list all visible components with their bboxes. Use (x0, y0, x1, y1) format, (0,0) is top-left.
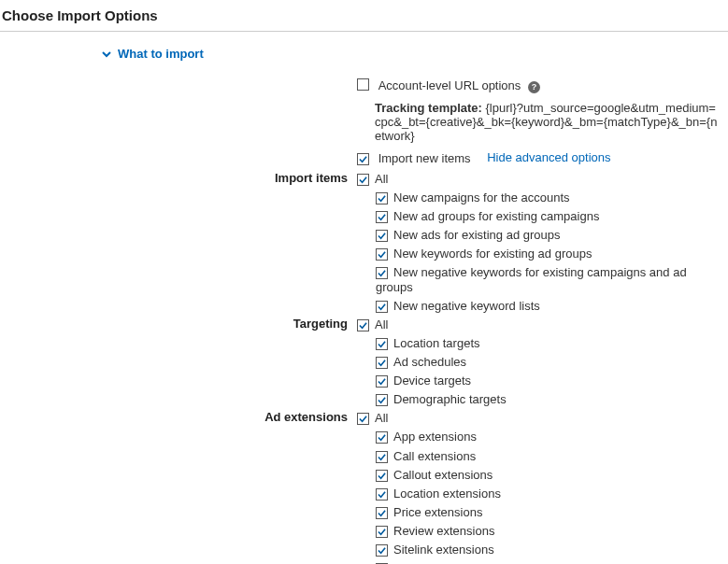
checkbox-item[interactable] (376, 267, 388, 279)
item-label: Location extensions (393, 486, 501, 501)
item-label: New campaigns for the accounts (393, 190, 570, 204)
checkbox-import-new-items[interactable] (357, 153, 369, 165)
checkbox-item[interactable] (376, 301, 388, 313)
item-label: Price extensions (393, 505, 482, 519)
group-header-label: Ad extensions (198, 410, 357, 424)
checkbox-item[interactable] (376, 451, 388, 463)
checkbox-item[interactable] (376, 431, 388, 444)
group-all-label: All (375, 317, 388, 331)
item-label: New negative keywords for existing campa… (376, 265, 687, 294)
group-header-label: Targeting (198, 317, 357, 331)
collapse-toggle-what-to-import[interactable]: What to import (101, 47, 728, 61)
group-all-label: All (375, 411, 388, 425)
checkbox-item[interactable] (376, 248, 388, 261)
checkbox-item[interactable] (376, 357, 388, 369)
checkbox-group-all[interactable] (357, 413, 369, 425)
checkbox-item[interactable] (376, 375, 388, 388)
checkbox-account-url-options[interactable] (357, 78, 369, 91)
item-label: New negative keyword lists (393, 299, 540, 313)
hide-advanced-link[interactable]: Hide advanced options (487, 150, 610, 164)
tracking-template-label: Tracking template: (375, 101, 482, 115)
import-new-items-label: Import new items (378, 151, 471, 165)
help-icon[interactable]: ? (528, 81, 540, 93)
item-label: New ads for existing ad groups (393, 228, 560, 242)
checkbox-item[interactable] (376, 507, 388, 519)
checkbox-item[interactable] (376, 192, 388, 204)
item-label: Device targets (393, 374, 471, 388)
item-label: Call extensions (393, 449, 476, 463)
group-all-label: All (375, 172, 388, 186)
checkbox-item[interactable] (376, 544, 388, 557)
checkbox-item[interactable] (376, 211, 388, 223)
checkbox-item[interactable] (376, 394, 388, 406)
checkbox-group-all[interactable] (357, 319, 369, 331)
item-label: Ad schedules (393, 355, 466, 369)
item-label: Sitelink extensions (393, 543, 494, 557)
checkbox-group-all[interactable] (357, 174, 369, 186)
checkbox-item[interactable] (376, 488, 388, 501)
item-label: Callout extensions (393, 468, 492, 482)
account-url-options-label: Account-level URL options (378, 78, 521, 92)
checkbox-item[interactable] (376, 470, 388, 482)
item-label: Demographic targets (393, 392, 507, 406)
checkbox-item[interactable] (376, 230, 388, 242)
item-label: Location targets (393, 336, 480, 350)
item-label: Review extensions (393, 524, 494, 538)
item-label: App extensions (393, 430, 477, 444)
checkbox-item[interactable] (376, 338, 388, 350)
item-label: New ad groups for existing campaigns (393, 209, 599, 223)
page-title: Choose Import Options (0, 0, 728, 32)
chevron-down-icon (101, 49, 112, 60)
group-header-label: Import items (198, 171, 357, 185)
checkbox-item[interactable] (376, 526, 388, 538)
item-label: New keywords for existing ad groups (393, 247, 592, 261)
collapse-header-label: What to import (118, 47, 204, 61)
